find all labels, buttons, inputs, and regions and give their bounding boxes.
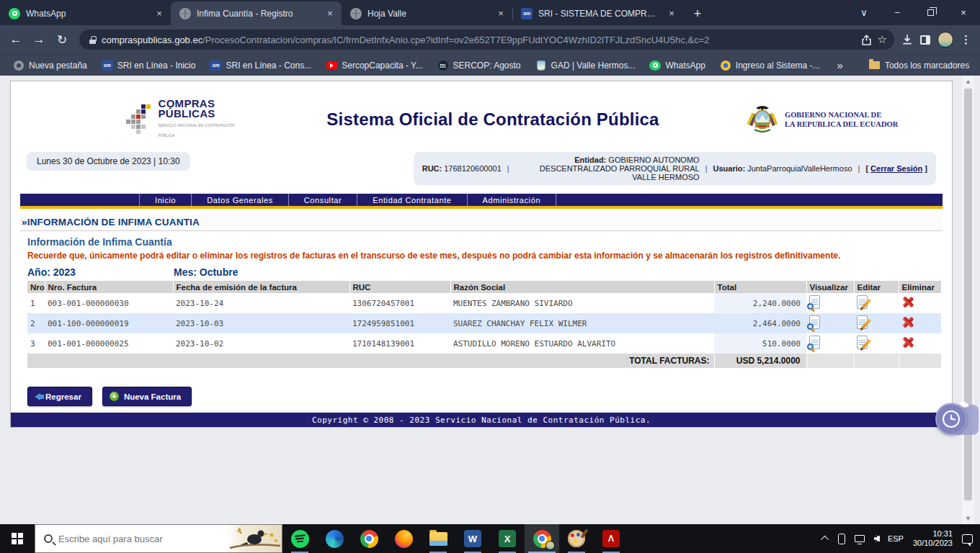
bookmark-nueva-pestana[interactable]: Nueva pestaña <box>7 58 93 73</box>
window-close-icon[interactable]: × <box>947 0 980 25</box>
editar-icon[interactable] <box>857 295 868 309</box>
restore-icon[interactable] <box>914 0 947 25</box>
reload-icon[interactable]: ↻ <box>52 30 72 50</box>
editar-icon[interactable] <box>857 315 868 329</box>
address-bar[interactable]: compraspublicas.gob.ec/ProcesoContrataci… <box>79 30 894 50</box>
sri-icon: SRI <box>210 60 221 71</box>
compras-publicas-pixel-art <box>126 104 153 135</box>
bookmarks-overflow-icon[interactable]: » <box>832 59 849 71</box>
minimize-icon[interactable]: − <box>881 0 914 25</box>
visualizar-icon[interactable] <box>809 336 820 349</box>
toolbar-right: ⋮ <box>901 32 974 48</box>
excel-icon: X <box>499 530 516 547</box>
folder-icon <box>869 60 881 71</box>
menu-entidad-contratante[interactable]: Entidad Contratante <box>357 194 466 206</box>
tab-infima-cuantia[interactable]: Infima Cuantía - Registro × <box>171 1 342 25</box>
eliminar-icon[interactable] <box>901 316 914 328</box>
tab-hoja-valle[interactable]: Hoja Valle × <box>342 1 512 25</box>
tab-title: Infima Cuantía - Registro <box>197 9 318 19</box>
bookmark-gad-valle-hermoso[interactable]: GAD | Valle Hermos... <box>530 58 641 73</box>
taskbar-excel[interactable]: X <box>490 524 525 553</box>
eliminar-icon[interactable] <box>901 336 914 349</box>
your-phone-icon[interactable] <box>838 534 845 544</box>
network-icon[interactable] <box>855 535 865 542</box>
search-input[interactable] <box>53 534 227 544</box>
visualizar-icon[interactable] <box>809 295 820 309</box>
bookmark-whatsapp[interactable]: WhatsApp <box>643 58 710 73</box>
gov-line2: LA REPUBLICA DEL ECUADOR <box>785 120 898 129</box>
usuario-field: Usuario: JuntaParroquialValleHermoso <box>713 164 852 173</box>
site-header: COMPRAS PÚBLICAS SERVICIO NACIONAL DE CO… <box>11 93 952 146</box>
editar-icon[interactable] <box>857 336 868 349</box>
taskbar-apps: W X Λ <box>282 524 628 553</box>
language-indicator[interactable]: ESP <box>888 534 904 543</box>
scroll-up-icon[interactable]: ▲ <box>965 76 971 87</box>
taskbar-chrome[interactable] <box>352 524 386 553</box>
start-button[interactable] <box>0 524 35 553</box>
taskbar-acrobat[interactable]: Λ <box>594 524 628 553</box>
logout-wrapper: [ Cerrar Sesión ] <box>865 164 927 173</box>
scrollbar-thumb[interactable] <box>964 89 972 500</box>
table-row: 3 001-001-000000025 2023-10-02 171014813… <box>27 333 941 354</box>
gov-line1: GOBIERNO NACIONAL DE <box>785 110 898 120</box>
forward-icon[interactable]: → <box>29 30 49 50</box>
taskbar-paint[interactable] <box>559 524 594 553</box>
volume-icon[interactable] <box>874 535 878 542</box>
download-icon[interactable] <box>901 34 913 45</box>
tab-whatsapp[interactable]: WhatsApp × <box>0 1 171 25</box>
taskbar-search[interactable] <box>35 524 282 553</box>
menu-administracion[interactable]: Administración <box>467 194 557 206</box>
bookmark-sri-inicio[interactable]: SRI SRI en Línea - Inicio <box>96 58 202 73</box>
taskbar-explorer[interactable] <box>421 524 455 553</box>
taskbar-edge[interactable] <box>317 524 352 553</box>
visualizar-icon[interactable] <box>809 315 820 329</box>
tab-title: SRI - SISTEMA DE COMPROBAN <box>538 9 660 19</box>
action-buttons: Regresar + Nueva Factura <box>27 387 952 406</box>
menu-inicio[interactable]: Inicio <box>139 194 191 206</box>
tray-chevron-up-icon[interactable] <box>821 536 829 544</box>
back-icon[interactable]: ← <box>6 30 26 50</box>
plus-icon: + <box>110 392 119 401</box>
side-panel-icon[interactable] <box>920 35 930 45</box>
tab-sri[interactable]: SRI SRI - SISTEMA DE COMPROBAN × <box>512 1 683 25</box>
all-bookmarks-button[interactable]: Todos los marcadores <box>863 58 975 73</box>
table-row: 2 001-100-000000019 2023-10-03 172495985… <box>27 313 941 333</box>
close-tab-icon[interactable]: × <box>666 8 677 19</box>
page-scrollbar[interactable]: ▲ ▼ <box>962 76 974 524</box>
close-tab-icon[interactable]: × <box>324 8 336 19</box>
bookmark-sri-consultas[interactable]: SRI SRI en Línea - Cons... <box>204 58 317 73</box>
table-row: 1 003-001-000000030 2023-10-24 130672045… <box>27 293 941 313</box>
bookmark-sercopcapacita[interactable]: SercopCapacita - Y... <box>320 58 428 73</box>
bookmark-star-icon[interactable]: ☆ <box>878 33 887 46</box>
menu-datos-generales[interactable]: Datos Generales <box>191 194 288 206</box>
taskbar-chrome-active[interactable] <box>525 524 559 553</box>
close-tab-icon[interactable]: × <box>495 8 507 19</box>
menu-consultar[interactable]: Consultar <box>288 194 357 206</box>
nueva-factura-button[interactable]: + Nueva Factura <box>102 387 192 406</box>
year-label: Año: 2023 <box>27 266 174 278</box>
tab-search-icon[interactable]: ∨ <box>847 0 881 25</box>
invoices-table: Nro Nro. Factura Fecha de emisión de la … <box>27 281 942 368</box>
bookmark-sercop-agosto[interactable]: m SERCOP: Agosto <box>432 58 527 73</box>
entidad-field: Entidad: GOBIERNO AUTONOMO DESCENTRALIZA… <box>515 156 700 181</box>
site-footer: Copyright © 2008 - 2023 Servicio Naciona… <box>11 413 952 427</box>
edge-icon <box>326 530 344 548</box>
taskbar-word[interactable]: W <box>455 524 490 553</box>
profile-avatar[interactable] <box>937 32 953 48</box>
bookmark-ingreso-sistema[interactable]: Ingreso al Sistema -... <box>714 58 826 73</box>
ecuador-arms-icon <box>720 60 731 71</box>
logout-link[interactable]: Cerrar Sesión <box>870 164 922 173</box>
session-box: RUC: 1768120600001 | Entidad: GOBIERNO A… <box>414 152 936 185</box>
taskbar-firefox[interactable] <box>386 524 421 553</box>
regresar-button[interactable]: Regresar <box>27 387 92 406</box>
taskbar-clock[interactable]: 10:31 30/10/2023 <box>913 529 953 548</box>
kebab-menu-icon[interactable]: ⋮ <box>961 33 971 46</box>
share-icon[interactable] <box>861 35 872 45</box>
new-tab-button[interactable]: + <box>687 4 708 24</box>
taskbar-spotify[interactable] <box>282 524 317 553</box>
close-tab-icon[interactable]: × <box>153 8 165 19</box>
scroll-down-icon[interactable]: ▼ <box>965 513 971 524</box>
action-center-icon[interactable] <box>962 534 973 544</box>
clock-widget-icon[interactable] <box>935 403 967 435</box>
eliminar-icon[interactable] <box>901 296 914 308</box>
